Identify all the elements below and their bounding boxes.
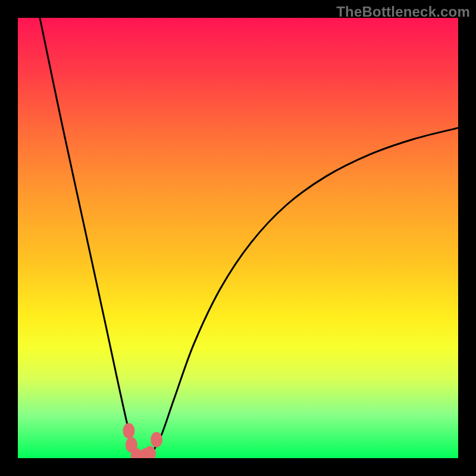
right-dot-2 (151, 432, 162, 447)
watermark: TheBottleneck.com (336, 4, 470, 20)
chart-svg (18, 18, 458, 458)
bottleneck-curve (40, 18, 458, 458)
chart-plot-area (18, 18, 458, 458)
curve-markers (123, 423, 162, 458)
left-dot-1 (123, 423, 134, 439)
